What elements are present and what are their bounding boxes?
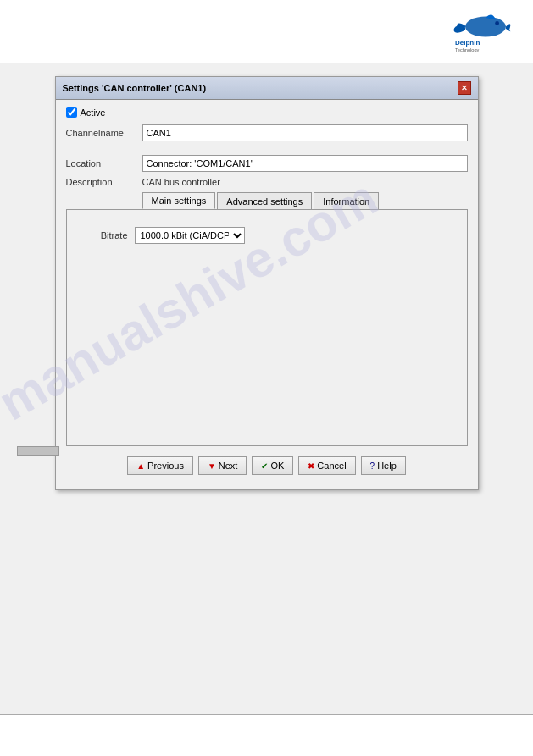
active-label-text: Active [81,108,106,118]
location-label: Location [66,158,142,168]
tab-advanced-settings-label: Advanced settings [226,196,303,207]
dialog-title: Settings 'CAN controller' (CAN1) [63,83,207,93]
svg-text:Technology: Technology [455,47,480,52]
svg-point-1 [495,21,499,25]
help-icon: ? [370,461,375,471]
cancel-button[interactable]: ✖ Cancel [298,456,355,475]
previous-label: Previous [147,461,184,471]
description-value: CAN bus controller [142,177,468,187]
location-row: Location [66,155,468,172]
tab-panel: Bitrate 1000.0 kBit (CiA/DCP) 500.0 kBit… [66,209,468,446]
spacer1 [66,146,468,155]
button-row: ▲ Previous ▼ Next ✔ OK ✖ Cancel ? Help [66,456,468,479]
cancel-label: Cancel [317,461,346,471]
channelname-input[interactable] [142,124,468,141]
tab-main-settings-label: Main settings [152,196,207,206]
channelname-row: Channelname [66,124,468,141]
ok-button[interactable]: ✔ OK [252,456,293,475]
logo-container: Delphin Technology [448,8,516,55]
main-settings-label [66,207,142,209]
location-input[interactable] [142,155,468,172]
ok-icon: ✔ [261,461,268,471]
tab-main-settings[interactable]: Main settings [142,192,216,209]
tab-information[interactable]: Information [314,192,379,209]
delphin-logo: Delphin Technology [448,8,516,55]
settings-dialog: Settings 'CAN controller' (CAN1) ✕ Activ… [55,76,479,490]
main-content: Settings 'CAN controller' (CAN1) ✕ Activ… [0,63,533,503]
next-button[interactable]: ▼ Next [198,456,247,475]
scrollbar-area[interactable] [17,446,59,456]
cancel-icon: ✖ [308,461,314,471]
tabs-label-row: Main settings Advanced settings Informat… [66,192,468,209]
next-icon: ▼ [208,461,216,471]
bitrate-label: Bitrate [77,230,128,240]
tabs-container: Main settings Advanced settings Informat… [142,192,381,209]
bottom-bar [0,714,533,756]
description-label: Description [66,177,142,187]
dialog-titlebar: Settings 'CAN controller' (CAN1) ✕ [56,77,478,100]
active-checkbox[interactable] [66,107,77,118]
tab-advanced-settings[interactable]: Advanced settings [217,192,312,209]
active-checkbox-label[interactable]: Active [66,107,106,118]
next-label: Next [219,461,238,471]
bitrate-select-container: 1000.0 kBit (CiA/DCP) 500.0 kBit (CiA/DC… [135,227,245,244]
active-row: Active [66,107,468,118]
previous-button[interactable]: ▲ Previous [127,456,193,475]
svg-point-0 [465,16,506,36]
close-button[interactable]: ✕ [458,81,471,95]
top-bar: Delphin Technology [0,0,533,63]
previous-icon: ▲ [136,461,145,471]
tab-information-label: Information [323,196,369,207]
bitrate-select[interactable]: 1000.0 kBit (CiA/DCP) 500.0 kBit (CiA/DC… [135,227,245,244]
description-row: Description CAN bus controller [66,177,468,187]
help-button[interactable]: ? Help [361,456,406,475]
channelname-label: Channelname [66,128,142,138]
svg-text:Delphin: Delphin [455,39,480,47]
ok-label: OK [270,461,284,471]
help-label: Help [377,461,397,471]
dialog-body: Active Channelname Location Description … [56,100,478,489]
bitrate-row: Bitrate 1000.0 kBit (CiA/DCP) 500.0 kBit… [77,227,457,244]
